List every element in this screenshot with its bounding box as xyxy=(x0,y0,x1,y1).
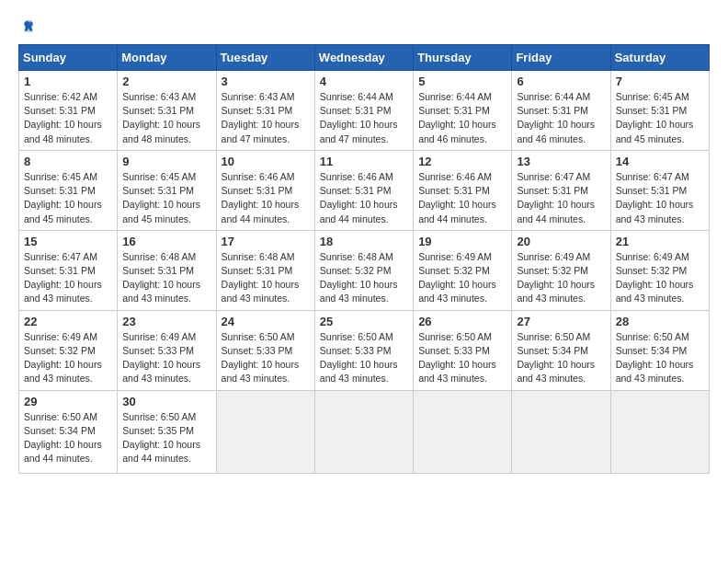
calendar-day: 26Sunrise: 6:50 AM Sunset: 5:33 PM Dayli… xyxy=(414,310,512,390)
day-info: Sunrise: 6:46 AM Sunset: 5:31 PM Dayligh… xyxy=(320,170,408,226)
calendar-day: 28Sunrise: 6:50 AM Sunset: 5:34 PM Dayli… xyxy=(610,310,709,390)
day-info: Sunrise: 6:44 AM Sunset: 5:31 PM Dayligh… xyxy=(418,90,506,146)
day-info: Sunrise: 6:45 AM Sunset: 5:31 PM Dayligh… xyxy=(122,170,210,226)
day-header-wednesday: Wednesday xyxy=(314,45,413,71)
calendar-day: 2Sunrise: 6:43 AM Sunset: 5:31 PM Daylig… xyxy=(118,71,216,151)
day-info: Sunrise: 6:43 AM Sunset: 5:31 PM Dayligh… xyxy=(222,90,310,146)
logo-bird-icon xyxy=(20,18,37,35)
day-info: Sunrise: 6:44 AM Sunset: 5:31 PM Dayligh… xyxy=(320,90,408,146)
calendar-day: 19Sunrise: 6:49 AM Sunset: 5:32 PM Dayli… xyxy=(414,230,512,310)
calendar-day: 25Sunrise: 6:50 AM Sunset: 5:33 PM Dayli… xyxy=(314,310,413,390)
day-info: Sunrise: 6:45 AM Sunset: 5:31 PM Dayligh… xyxy=(616,90,704,146)
calendar-table: SundayMondayTuesdayWednesdayThursdayFrid… xyxy=(18,44,710,474)
calendar-week-3: 15Sunrise: 6:47 AM Sunset: 5:31 PM Dayli… xyxy=(19,230,710,310)
day-info: Sunrise: 6:47 AM Sunset: 5:31 PM Dayligh… xyxy=(517,170,605,226)
calendar-day: 8Sunrise: 6:45 AM Sunset: 5:31 PM Daylig… xyxy=(19,150,118,230)
day-info: Sunrise: 6:44 AM Sunset: 5:31 PM Dayligh… xyxy=(517,90,605,146)
day-number: 26 xyxy=(418,315,506,328)
day-info: Sunrise: 6:50 AM Sunset: 5:34 PM Dayligh… xyxy=(517,330,605,386)
calendar-day: 9Sunrise: 6:45 AM Sunset: 5:31 PM Daylig… xyxy=(118,150,216,230)
day-info: Sunrise: 6:49 AM Sunset: 5:32 PM Dayligh… xyxy=(616,250,704,306)
day-info: Sunrise: 6:46 AM Sunset: 5:31 PM Dayligh… xyxy=(418,170,506,226)
calendar-day: 22Sunrise: 6:49 AM Sunset: 5:32 PM Dayli… xyxy=(19,310,118,390)
calendar-body: 1Sunrise: 6:42 AM Sunset: 5:31 PM Daylig… xyxy=(19,71,710,474)
day-number: 8 xyxy=(24,155,112,168)
calendar-day xyxy=(314,390,413,473)
day-info: Sunrise: 6:50 AM Sunset: 5:34 PM Dayligh… xyxy=(616,330,704,386)
calendar-day: 29Sunrise: 6:50 AM Sunset: 5:34 PM Dayli… xyxy=(19,390,118,473)
day-number: 27 xyxy=(517,315,605,328)
header xyxy=(18,18,710,35)
day-number: 15 xyxy=(24,235,112,248)
calendar-day: 21Sunrise: 6:49 AM Sunset: 5:32 PM Dayli… xyxy=(610,230,709,310)
day-header-friday: Friday xyxy=(512,45,610,71)
day-info: Sunrise: 6:48 AM Sunset: 5:31 PM Dayligh… xyxy=(122,250,210,306)
calendar-day: 23Sunrise: 6:49 AM Sunset: 5:33 PM Dayli… xyxy=(118,310,216,390)
day-number: 2 xyxy=(122,75,210,88)
day-number: 1 xyxy=(24,75,112,88)
day-info: Sunrise: 6:50 AM Sunset: 5:35 PM Dayligh… xyxy=(122,410,210,466)
day-number: 18 xyxy=(320,235,408,248)
day-info: Sunrise: 6:49 AM Sunset: 5:33 PM Dayligh… xyxy=(122,330,210,386)
day-header-thursday: Thursday xyxy=(414,45,512,71)
calendar-day: 14Sunrise: 6:47 AM Sunset: 5:31 PM Dayli… xyxy=(610,150,709,230)
day-info: Sunrise: 6:47 AM Sunset: 5:31 PM Dayligh… xyxy=(616,170,704,226)
calendar-header: SundayMondayTuesdayWednesdayThursdayFrid… xyxy=(19,45,710,71)
calendar-day: 4Sunrise: 6:44 AM Sunset: 5:31 PM Daylig… xyxy=(314,71,413,151)
day-number: 4 xyxy=(320,75,408,88)
day-header-sunday: Sunday xyxy=(19,45,118,71)
day-info: Sunrise: 6:50 AM Sunset: 5:33 PM Dayligh… xyxy=(418,330,506,386)
day-header-saturday: Saturday xyxy=(610,45,709,71)
day-number: 30 xyxy=(122,395,210,408)
logo xyxy=(18,18,37,35)
calendar-week-2: 8Sunrise: 6:45 AM Sunset: 5:31 PM Daylig… xyxy=(19,150,710,230)
day-number: 29 xyxy=(24,395,112,408)
calendar-day: 27Sunrise: 6:50 AM Sunset: 5:34 PM Dayli… xyxy=(512,310,610,390)
day-number: 22 xyxy=(24,315,112,328)
day-number: 16 xyxy=(122,235,210,248)
calendar-day: 6Sunrise: 6:44 AM Sunset: 5:31 PM Daylig… xyxy=(512,71,610,151)
calendar-day: 13Sunrise: 6:47 AM Sunset: 5:31 PM Dayli… xyxy=(512,150,610,230)
calendar-day xyxy=(216,390,314,473)
calendar-week-1: 1Sunrise: 6:42 AM Sunset: 5:31 PM Daylig… xyxy=(19,71,710,151)
day-number: 28 xyxy=(616,315,704,328)
day-number: 6 xyxy=(517,75,605,88)
day-number: 9 xyxy=(122,155,210,168)
day-number: 24 xyxy=(222,315,310,328)
day-number: 5 xyxy=(418,75,506,88)
day-info: Sunrise: 6:50 AM Sunset: 5:33 PM Dayligh… xyxy=(222,330,310,386)
calendar-day: 11Sunrise: 6:46 AM Sunset: 5:31 PM Dayli… xyxy=(314,150,413,230)
day-number: 17 xyxy=(222,235,310,248)
calendar-day: 20Sunrise: 6:49 AM Sunset: 5:32 PM Dayli… xyxy=(512,230,610,310)
calendar-day: 12Sunrise: 6:46 AM Sunset: 5:31 PM Dayli… xyxy=(414,150,512,230)
calendar-day: 7Sunrise: 6:45 AM Sunset: 5:31 PM Daylig… xyxy=(610,71,709,151)
day-info: Sunrise: 6:50 AM Sunset: 5:33 PM Dayligh… xyxy=(320,330,408,386)
day-info: Sunrise: 6:48 AM Sunset: 5:31 PM Dayligh… xyxy=(222,250,310,306)
day-number: 3 xyxy=(222,75,310,88)
day-number: 23 xyxy=(122,315,210,328)
day-number: 25 xyxy=(320,315,408,328)
calendar-day: 18Sunrise: 6:48 AM Sunset: 5:32 PM Dayli… xyxy=(314,230,413,310)
day-number: 19 xyxy=(418,235,506,248)
day-number: 7 xyxy=(616,75,704,88)
calendar-day: 1Sunrise: 6:42 AM Sunset: 5:31 PM Daylig… xyxy=(19,71,118,151)
day-number: 20 xyxy=(517,235,605,248)
day-number: 14 xyxy=(616,155,704,168)
day-info: Sunrise: 6:49 AM Sunset: 5:32 PM Dayligh… xyxy=(517,250,605,306)
day-info: Sunrise: 6:48 AM Sunset: 5:32 PM Dayligh… xyxy=(320,250,408,306)
day-info: Sunrise: 6:42 AM Sunset: 5:31 PM Dayligh… xyxy=(24,90,112,146)
day-info: Sunrise: 6:47 AM Sunset: 5:31 PM Dayligh… xyxy=(24,250,112,306)
calendar-day: 10Sunrise: 6:46 AM Sunset: 5:31 PM Dayli… xyxy=(216,150,314,230)
calendar-day xyxy=(610,390,709,473)
calendar-day: 30Sunrise: 6:50 AM Sunset: 5:35 PM Dayli… xyxy=(118,390,216,473)
day-number: 13 xyxy=(517,155,605,168)
day-header-tuesday: Tuesday xyxy=(216,45,314,71)
day-number: 11 xyxy=(320,155,408,168)
calendar-day: 17Sunrise: 6:48 AM Sunset: 5:31 PM Dayli… xyxy=(216,230,314,310)
day-number: 12 xyxy=(418,155,506,168)
day-info: Sunrise: 6:45 AM Sunset: 5:31 PM Dayligh… xyxy=(24,170,112,226)
day-info: Sunrise: 6:43 AM Sunset: 5:31 PM Dayligh… xyxy=(122,90,210,146)
day-number: 10 xyxy=(222,155,310,168)
calendar-day xyxy=(512,390,610,473)
day-info: Sunrise: 6:49 AM Sunset: 5:32 PM Dayligh… xyxy=(418,250,506,306)
